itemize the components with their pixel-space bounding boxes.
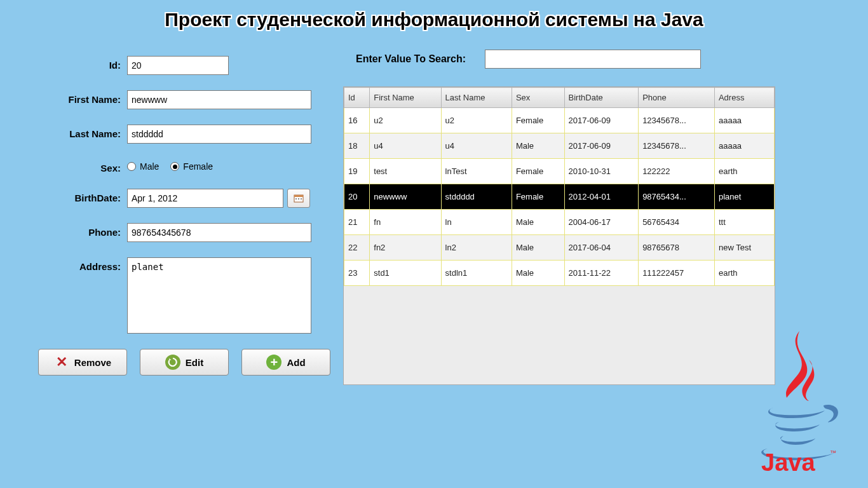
address-input[interactable]: [127, 257, 311, 334]
table-cell: 22: [344, 235, 370, 261]
sex-male-label: Male: [140, 161, 159, 172]
refresh-icon: [165, 355, 180, 370]
sex-radio-male[interactable]: Male: [127, 161, 159, 172]
table-cell: 2011-11-22: [564, 261, 639, 286]
table-cell: 2017-06-04: [564, 235, 639, 261]
first-name-label: First Name:: [13, 90, 127, 105]
remove-button-label: Remove: [74, 357, 111, 368]
search-label: Enter Value To Search:: [356, 53, 466, 65]
sex-label: Sex:: [13, 159, 127, 173]
svg-text:Java: Java: [761, 449, 815, 474]
table-cell: 19: [344, 159, 370, 184]
table-cell: fn: [370, 210, 441, 235]
svg-rect-2: [295, 198, 297, 200]
sex-radio-female[interactable]: Female: [170, 161, 213, 172]
table-cell: 98765678: [639, 235, 715, 261]
table-cell: earth: [714, 159, 774, 184]
edit-button[interactable]: Edit: [140, 349, 229, 376]
radio-icon: [170, 162, 179, 171]
table-row[interactable]: 22fn2ln2Male2017-06-0498765678new Test: [344, 235, 775, 261]
table-row[interactable]: 23std1stdln1Male2011-11-22111222457earth: [344, 261, 775, 286]
birthdate-input[interactable]: [127, 189, 283, 208]
table-cell: 122222: [639, 159, 715, 184]
table-cell: 2017-06-09: [564, 133, 639, 159]
table-cell: 21: [344, 210, 370, 235]
add-button[interactable]: + Add: [241, 349, 330, 376]
table-cell: aaaaa: [714, 133, 774, 159]
edit-button-label: Edit: [186, 357, 203, 368]
svg-text:™: ™: [830, 449, 836, 456]
svg-rect-3: [298, 198, 299, 200]
table-header[interactable]: Sex: [512, 88, 564, 108]
calendar-icon: [294, 194, 304, 203]
last-name-label: Last Name:: [13, 125, 127, 139]
search-input[interactable]: [485, 50, 701, 69]
first-name-input[interactable]: [127, 90, 311, 109]
table-cell: ln: [441, 210, 512, 235]
phone-input[interactable]: [127, 223, 311, 242]
table-header[interactable]: Last Name: [441, 88, 512, 108]
table-row[interactable]: 16u2u2Female2017-06-0912345678...aaaaa: [344, 108, 775, 133]
table-cell: aaaaa: [714, 108, 774, 133]
table-cell: fn2: [370, 235, 441, 261]
table-cell: 18: [344, 133, 370, 159]
phone-label: Phone:: [13, 223, 127, 238]
sex-female-label: Female: [183, 161, 213, 172]
students-table[interactable]: IdFirst NameLast NameSexBirthDatePhoneAd…: [343, 86, 775, 385]
table-cell: 20: [344, 184, 370, 210]
right-panel: Enter Value To Search: IdFirst NameLast …: [343, 37, 855, 385]
table-cell: test: [370, 159, 441, 184]
last-name-input[interactable]: [127, 125, 311, 144]
remove-icon: ✕: [54, 355, 69, 370]
table-header[interactable]: First Name: [370, 88, 441, 108]
table-row[interactable]: 19testlnTestFemale2010-10-31122222earth: [344, 159, 775, 184]
table-cell: lnTest: [441, 159, 512, 184]
table-cell: stdln1: [441, 261, 512, 286]
table-header[interactable]: Id: [344, 88, 370, 108]
add-button-label: Add: [287, 357, 305, 368]
table-cell: Male: [512, 235, 564, 261]
table-cell: newwww: [370, 184, 441, 210]
plus-icon: +: [266, 355, 281, 370]
table-cell: 98765434...: [639, 184, 715, 210]
table-cell: 2004-06-17: [564, 210, 639, 235]
radio-icon: [127, 162, 136, 171]
table-cell: Male: [512, 133, 564, 159]
table-cell: stddddd: [441, 184, 512, 210]
table-cell: earth: [714, 261, 774, 286]
svg-rect-4: [301, 198, 302, 200]
table-cell: ttt: [714, 210, 774, 235]
id-input[interactable]: [127, 56, 229, 75]
table-cell: std1: [370, 261, 441, 286]
table-cell: Female: [512, 108, 564, 133]
table-row[interactable]: 18u4u4Male2017-06-0912345678...aaaaa: [344, 133, 775, 159]
table-cell: 2010-10-31: [564, 159, 639, 184]
address-label: Address:: [13, 257, 127, 272]
table-cell: 2012-04-01: [564, 184, 639, 210]
table-cell: 2017-06-09: [564, 108, 639, 133]
remove-button[interactable]: ✕ Remove: [38, 349, 127, 376]
table-cell: 12345678...: [639, 108, 715, 133]
id-label: Id:: [13, 56, 127, 71]
table-header[interactable]: Phone: [639, 88, 715, 108]
table-header[interactable]: Adress: [714, 88, 774, 108]
table-cell: u2: [441, 108, 512, 133]
table-cell: 12345678...: [639, 133, 715, 159]
table-cell: Female: [512, 159, 564, 184]
table-header[interactable]: BirthDate: [564, 88, 639, 108]
table-cell: Female: [512, 184, 564, 210]
table-cell: Male: [512, 210, 564, 235]
table-row[interactable]: 20newwwwstdddddFemale2012-04-0198765434.…: [344, 184, 775, 210]
table-cell: ln2: [441, 235, 512, 261]
table-cell: u4: [370, 133, 441, 159]
form-panel: Id: First Name: Last Name: Sex: Male Fem…: [13, 37, 343, 385]
table-cell: 111222457: [639, 261, 715, 286]
table-cell: new Test: [714, 235, 774, 261]
page-title: Проект студенческой информационной систе…: [0, 0, 868, 37]
svg-rect-1: [294, 195, 303, 197]
table-cell: 23: [344, 261, 370, 286]
date-picker-button[interactable]: [287, 189, 310, 208]
table-cell: 16: [344, 108, 370, 133]
table-row[interactable]: 21fnlnMale2004-06-1756765434ttt: [344, 210, 775, 235]
table-cell: u4: [441, 133, 512, 159]
